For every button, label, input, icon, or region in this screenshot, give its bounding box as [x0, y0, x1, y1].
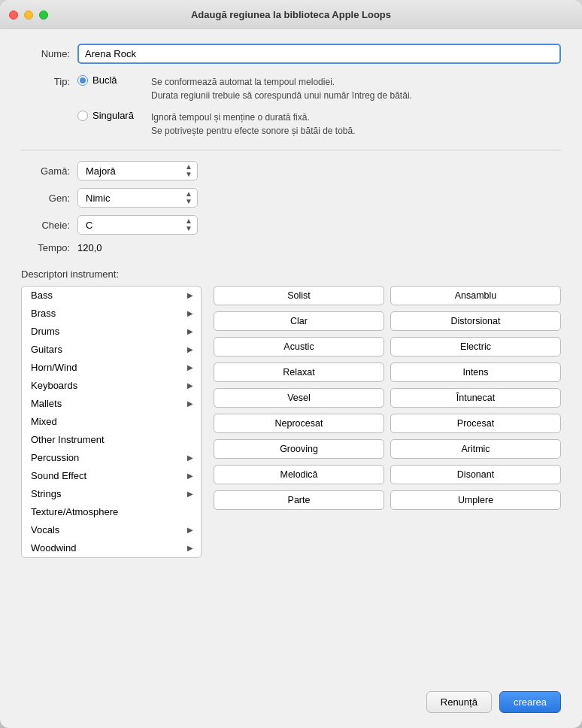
- list-item[interactable]: Percussion▶: [22, 449, 201, 467]
- footer: Renunță crearea: [0, 679, 582, 728]
- tip-section: Tip: Buclă Se conformează automat la tem…: [21, 74, 561, 138]
- cheie-row: Cheie: C ▲ ▼: [21, 215, 561, 235]
- separator-1: [21, 150, 561, 150]
- tip-singulara-label: Singulară: [92, 110, 134, 121]
- desc-btn-ansamblu[interactable]: Ansamblu: [390, 286, 561, 305]
- desc-btn-intunecat[interactable]: Întunecat: [390, 388, 561, 408]
- name-input[interactable]: [77, 44, 561, 64]
- tip-bucla-desc: Se conformează automat la tempoul melodi…: [151, 74, 412, 102]
- arrow-icon: ▶: [187, 472, 193, 480]
- desc-btn-disonant[interactable]: Disonant: [390, 465, 561, 484]
- gama-value: Majoră: [86, 165, 180, 177]
- cheie-select[interactable]: C ▲ ▼: [77, 215, 198, 235]
- chevron-down-icon: ▼: [185, 226, 192, 232]
- tip-singulara-desc: Ignoră tempoul și menține o durată fixă.…: [151, 110, 356, 138]
- tempo-value: 120,0: [77, 242, 102, 253]
- gama-select[interactable]: Majoră ▲ ▼: [77, 161, 198, 180]
- gen-label: Gen:: [21, 193, 70, 204]
- descriptors-label: Descriptori instrument:: [21, 268, 561, 280]
- gen-value: Nimic: [86, 193, 180, 204]
- tip-option-singulara-inner: Singulară: [77, 110, 145, 121]
- desc-btn-intens[interactable]: Intens: [390, 362, 561, 382]
- list-item[interactable]: Drums▶: [22, 323, 201, 341]
- gama-label: Gamă:: [21, 165, 70, 177]
- arrow-icon: ▶: [187, 363, 193, 372]
- desc-btn-solist[interactable]: Solist: [214, 286, 384, 305]
- arrow-icon: ▶: [187, 453, 193, 462]
- list-item[interactable]: Keyboards▶: [22, 377, 201, 395]
- maximize-button[interactable]: [39, 11, 48, 20]
- list-item[interactable]: Strings▶: [22, 485, 201, 503]
- desc-btn-electric[interactable]: Electric: [390, 337, 561, 356]
- tip-label: Tip:: [21, 74, 70, 138]
- arrow-icon: ▶: [187, 309, 193, 317]
- name-label: Nume:: [21, 48, 70, 59]
- close-button[interactable]: [9, 11, 18, 20]
- main-window: Adaugă regiunea la biblioteca Apple Loop…: [0, 0, 582, 728]
- arrow-icon: ▶: [187, 291, 193, 299]
- chevron-up-icon: ▲: [185, 191, 192, 197]
- radio-singulara[interactable]: [77, 111, 88, 121]
- cheie-value: C: [86, 220, 180, 231]
- desc-btn-melodica[interactable]: Melodică: [214, 465, 384, 484]
- gama-arrow: ▲ ▼: [185, 164, 192, 177]
- desc-btn-aritmic[interactable]: Aritmic: [390, 439, 561, 459]
- arrow-icon: ▶: [187, 381, 193, 390]
- cheie-label: Cheie:: [21, 220, 70, 231]
- list-item[interactable]: Brass▶: [22, 305, 201, 323]
- name-row: Nume:: [21, 44, 561, 64]
- list-item[interactable]: Other Instrument: [22, 431, 201, 449]
- titlebar: Adaugă regiunea la biblioteca Apple Loop…: [0, 0, 582, 29]
- tip-option-singulara[interactable]: Singulară Ignoră tempoul și menține o du…: [77, 110, 412, 138]
- list-item[interactable]: Guitars▶: [22, 341, 201, 359]
- descriptor-buttons: Solist Ansamblu Clar Distorsionat Acusti…: [214, 286, 561, 510]
- content-area: Nume: Tip: Buclă Se conformează automat …: [0, 29, 582, 679]
- tip-option-bucla[interactable]: Buclă Se conformează automat la tempoul …: [77, 74, 412, 102]
- chevron-up-icon: ▲: [185, 164, 192, 170]
- cancel-button[interactable]: Renunță: [426, 691, 492, 713]
- chevron-down-icon: ▼: [185, 171, 192, 177]
- list-item[interactable]: Mixed: [22, 413, 201, 431]
- confirm-button[interactable]: crearea: [499, 691, 561, 713]
- tip-options: Buclă Se conformează automat la tempoul …: [77, 74, 412, 138]
- tip-bucla-label: Buclă: [92, 74, 117, 86]
- list-item[interactable]: Woodwind▶: [22, 539, 201, 557]
- list-item[interactable]: Texture/Atmosphere: [22, 503, 201, 521]
- gen-select[interactable]: Nimic ▲ ▼: [77, 188, 198, 208]
- desc-btn-acustic[interactable]: Acustic: [214, 337, 384, 356]
- cheie-arrow: ▲ ▼: [185, 218, 192, 232]
- desc-btn-parte[interactable]: Parte: [214, 490, 384, 510]
- arrow-icon: ▶: [187, 490, 193, 498]
- list-item[interactable]: Vocals▶: [22, 521, 201, 539]
- arrow-icon: ▶: [187, 345, 193, 353]
- desc-btn-distorsionat[interactable]: Distorsionat: [390, 311, 561, 331]
- chevron-down-icon: ▼: [185, 199, 192, 205]
- list-item[interactable]: Horn/Wind▶: [22, 359, 201, 377]
- desc-btn-neprocesat[interactable]: Neprocesat: [214, 414, 384, 433]
- minimize-button[interactable]: [24, 11, 33, 20]
- tip-option-bucla-inner: Buclă: [77, 74, 145, 86]
- window-title: Adaugă regiunea la biblioteca Apple Loop…: [191, 9, 391, 20]
- radio-bucla[interactable]: [77, 75, 88, 86]
- gen-arrow: ▲ ▼: [185, 191, 192, 205]
- arrow-icon: ▶: [187, 399, 193, 408]
- desc-btn-umplere[interactable]: Umplere: [390, 490, 561, 510]
- gama-row: Gamă: Majoră ▲ ▼: [21, 161, 561, 180]
- radio-bucla-dot: [80, 77, 86, 83]
- list-item[interactable]: Bass▶: [22, 287, 201, 305]
- arrow-icon: ▶: [187, 544, 193, 552]
- desc-btn-procesat[interactable]: Procesat: [390, 414, 561, 433]
- chevron-up-icon: ▲: [185, 218, 192, 224]
- desc-btn-clar[interactable]: Clar: [214, 311, 384, 331]
- list-item[interactable]: Mallets▶: [22, 395, 201, 413]
- list-item[interactable]: Sound Effect▶: [22, 467, 201, 485]
- tempo-label: Tempo:: [21, 242, 70, 253]
- desc-btn-vesel[interactable]: Vesel: [214, 388, 384, 408]
- desc-btn-grooving[interactable]: Grooving: [214, 439, 384, 459]
- descriptors-area: Bass▶ Brass▶ Drums▶ Guitars▶ Horn/Wind▶ …: [21, 286, 561, 558]
- desc-btn-relaxat[interactable]: Relaxat: [214, 362, 384, 382]
- arrow-icon: ▶: [187, 327, 193, 335]
- instrument-list: Bass▶ Brass▶ Drums▶ Guitars▶ Horn/Wind▶ …: [21, 286, 202, 558]
- arrow-icon: ▶: [187, 526, 193, 534]
- gen-row: Gen: Nimic ▲ ▼: [21, 188, 561, 208]
